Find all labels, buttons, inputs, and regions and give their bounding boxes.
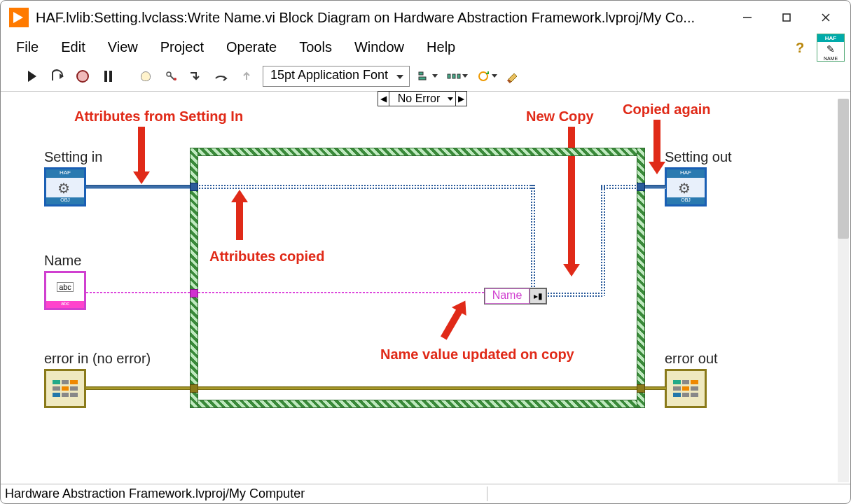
- wire-obj[interactable]: [547, 292, 603, 298]
- menu-edit[interactable]: Edit: [51, 36, 95, 58]
- step-into-button[interactable]: [187, 67, 205, 85]
- terminal-label-setting-in: Setting in: [44, 149, 102, 165]
- annotation-new-copy: New Copy: [526, 108, 594, 125]
- menu-tools[interactable]: Tools: [289, 36, 342, 58]
- wire-obj[interactable]: [600, 186, 606, 296]
- wire-obj[interactable]: [198, 184, 534, 190]
- reorder-button[interactable]: [476, 67, 498, 85]
- run-continuously-button[interactable]: [48, 67, 67, 85]
- terminal-setting-in[interactable]: HAF OBJ: [44, 167, 86, 206]
- svg-rect-9: [452, 74, 455, 78]
- string-type-icon: abc: [57, 282, 74, 292]
- svg-rect-7: [419, 77, 426, 80]
- terminal-label-name: Name: [44, 253, 81, 269]
- annotation-copied-again: Copied again: [623, 102, 711, 118]
- svg-rect-1: [783, 14, 790, 21]
- cleanup-diagram-button[interactable]: [505, 67, 523, 85]
- close-button[interactable]: [810, 7, 842, 28]
- property-node-name[interactable]: Name ▸▮: [484, 288, 547, 304]
- gear-icon: [678, 180, 693, 195]
- menu-project[interactable]: Project: [151, 36, 214, 58]
- terminal-setting-out[interactable]: HAF OBJ: [665, 167, 707, 206]
- wire-string[interactable]: [86, 292, 484, 293]
- terminal-name[interactable]: abc abc: [44, 271, 86, 310]
- terminal-error-out[interactable]: [665, 369, 707, 408]
- statusbar: Hardware Abstraction Framework.lvproj/My…: [1, 484, 850, 503]
- annotation-attrs-from: Attributes from Setting In: [74, 108, 243, 125]
- svg-rect-8: [448, 74, 450, 78]
- align-objects-button[interactable]: [417, 67, 439, 85]
- window-title: HAF.lvlib:Setting.lvclass:Write Name.vi …: [36, 10, 724, 26]
- gear-icon: [57, 180, 73, 195]
- abort-button[interactable]: [74, 67, 92, 85]
- case-next-icon[interactable]: ▶: [455, 92, 466, 106]
- run-button[interactable]: [23, 67, 41, 85]
- obj-badge: OBJ: [46, 197, 84, 204]
- window-titlebar: HAF.lvlib:Setting.lvclass:Write Name.vi …: [1, 1, 850, 34]
- case-selector-label[interactable]: No Error: [389, 92, 455, 105]
- terminal-label-error-out: error out: [665, 351, 718, 367]
- toolbar: 15pt Application Font: [1, 61, 850, 92]
- pause-button[interactable]: [99, 67, 117, 85]
- obj-badge: OBJ: [667, 197, 705, 204]
- highlight-execution-button[interactable]: [137, 67, 155, 85]
- tunnel[interactable]: [190, 384, 198, 393]
- step-out-button[interactable]: [237, 67, 256, 85]
- svg-rect-10: [457, 74, 460, 78]
- case-selector[interactable]: ◀ No Error ▶: [378, 91, 467, 106]
- tunnel[interactable]: [190, 183, 198, 191]
- app-icon: [9, 8, 29, 27]
- property-node-label: Name: [485, 288, 530, 304]
- terminal-label-error-in: error in (no error): [44, 351, 151, 367]
- menu-help[interactable]: Help: [417, 36, 465, 58]
- wire-obj[interactable]: [600, 184, 638, 190]
- wire-obj[interactable]: [86, 185, 191, 189]
- arrow-icon: [653, 120, 660, 164]
- menu-operate[interactable]: Operate: [216, 36, 286, 58]
- menu-window[interactable]: Window: [345, 36, 414, 58]
- vertical-scrollbar[interactable]: [838, 99, 849, 482]
- string-type-badge: abc: [46, 301, 84, 308]
- terminal-label-setting-out: Setting out: [665, 149, 732, 165]
- arrow-icon: [138, 127, 145, 174]
- maximize-button[interactable]: [770, 7, 803, 28]
- status-project-path: Hardware Abstraction Framework.lvproj/My…: [5, 486, 487, 501]
- menubar: File Edit View Project Operate Tools Win…: [1, 34, 850, 61]
- case-prev-icon[interactable]: ◀: [378, 92, 389, 106]
- vi-icon-top: HAF: [817, 34, 844, 42]
- pencil-icon: ✎: [826, 42, 835, 56]
- font-selector[interactable]: 15pt Application Font: [263, 66, 410, 87]
- distribute-objects-button[interactable]: [446, 67, 469, 85]
- vi-icon-bottom: NAME: [824, 56, 838, 61]
- haf-badge: HAF: [667, 169, 705, 178]
- minimize-button[interactable]: [731, 7, 763, 28]
- tunnel[interactable]: [637, 384, 645, 393]
- scrollbar-thumb[interactable]: [838, 99, 849, 239]
- tunnel[interactable]: [637, 183, 645, 191]
- wire-obj[interactable]: [530, 184, 536, 296]
- haf-badge: HAF: [46, 169, 84, 178]
- tunnel[interactable]: [190, 289, 198, 298]
- menu-view[interactable]: View: [98, 36, 148, 58]
- retain-wire-values-button[interactable]: [162, 67, 180, 85]
- wire-error[interactable]: [86, 386, 666, 390]
- wire-obj[interactable]: [644, 185, 666, 189]
- menu-file[interactable]: File: [6, 36, 48, 58]
- step-over-button[interactable]: [212, 67, 230, 85]
- block-diagram-canvas[interactable]: Attributes from Setting In New Copy Copi…: [1, 92, 850, 484]
- svg-point-5: [174, 78, 177, 80]
- property-node-direction-icon[interactable]: ▸▮: [530, 288, 546, 304]
- svg-rect-6: [419, 72, 423, 75]
- terminal-error-in[interactable]: [44, 369, 86, 408]
- vi-icon[interactable]: HAF ✎ NAME: [817, 34, 845, 62]
- context-help-icon[interactable]: ?: [796, 40, 811, 55]
